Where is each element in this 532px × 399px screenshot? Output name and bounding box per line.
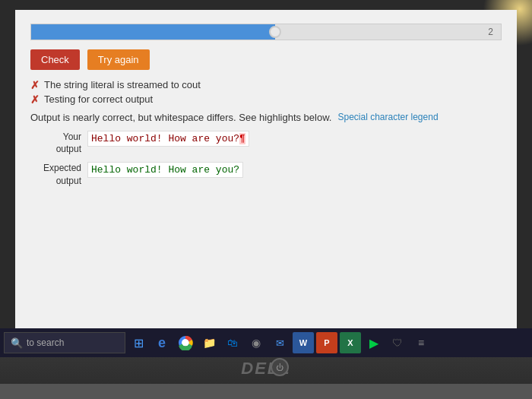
error-text-2: Testing for correct output [44,93,153,105]
search-icon: 🔍 [11,337,23,349]
progress-circle [269,26,281,38]
expected-output-label: Expectedoutput [30,162,87,188]
try-again-button[interactable]: Try again [87,49,150,70]
extra-char-highlight: ¶ [239,133,245,144]
taskbar-word-icon[interactable]: W [293,332,314,353]
progress-fill: 1 [31,24,275,40]
keyboard-strip [0,384,532,399]
taskbar-menu-icon[interactable]: ≡ [410,332,432,353]
your-output-row: Youroutput Hello world! How are you?¶ [30,131,502,157]
taskbar-search[interactable]: 🔍 to search [4,332,125,353]
taskbar-play-icon[interactable]: ▶ [363,332,385,353]
svg-point-2 [182,340,188,346]
expected-output-row: Expectedoutput Hello world! How are you? [30,162,502,188]
screen-inner: 1 2 Check Try again ✗ The string literal… [15,10,517,329]
your-output-label: Youroutput [30,131,87,157]
taskbar-excel-icon[interactable]: X [340,332,361,353]
error-x-icon-2: ✗ [30,93,40,106]
taskbar: 🔍 to search ⊞ e 📁 🛍 ◉ ✉ W P X ▶ 🛡 ≡ [0,328,532,357]
output-note-text: Output is nearly correct, but whitespace… [30,112,331,123]
output-comparison-table: Youroutput Hello world! How are you?¶ Ex… [30,131,502,188]
taskbar-media-icon[interactable]: ◉ [245,332,267,353]
check-button[interactable]: Check [30,49,80,70]
taskbar-store-icon[interactable]: 🛍 [222,332,243,353]
error-list: ✗ The string literal is streamed to cout… [30,79,502,106]
special-char-link[interactable]: Special character legend [337,112,438,122]
search-placeholder: to search [27,337,64,348]
screen-outer: 1 2 Check Try again ✗ The string literal… [0,0,532,338]
taskbar-chrome-icon[interactable] [175,332,196,353]
taskbar-powerpoint-icon[interactable]: P [316,332,337,353]
progress-bar: 1 2 [30,24,502,40]
expected-output-value: Hello world! How are you? [87,162,243,178]
power-button[interactable]: ⏻ [271,358,289,376]
taskbar-edge-icon[interactable]: e [151,332,173,353]
taskbar-shield-icon[interactable]: 🛡 [387,332,408,353]
action-buttons: Check Try again [30,49,502,70]
error-item-2: ✗ Testing for correct output [30,93,502,106]
taskbar-mail-icon[interactable]: ✉ [269,332,290,353]
output-note: Output is nearly correct, but whitespace… [30,112,502,123]
error-item-1: ✗ The string literal is streamed to cout [30,79,502,91]
progress-container: 1 2 [30,24,502,40]
taskbar-files-icon[interactable]: 📁 [198,332,220,353]
error-text-1: The string literal is streamed to cout [44,79,201,90]
error-x-icon-1: ✗ [30,79,40,91]
progress-label-2: 2 [488,27,493,37]
your-output-value: Hello world! How are you?¶ [87,131,249,147]
main-content: 1 2 Check Try again ✗ The string literal… [15,10,517,329]
taskbar-task-view[interactable]: ⊞ [128,332,149,353]
